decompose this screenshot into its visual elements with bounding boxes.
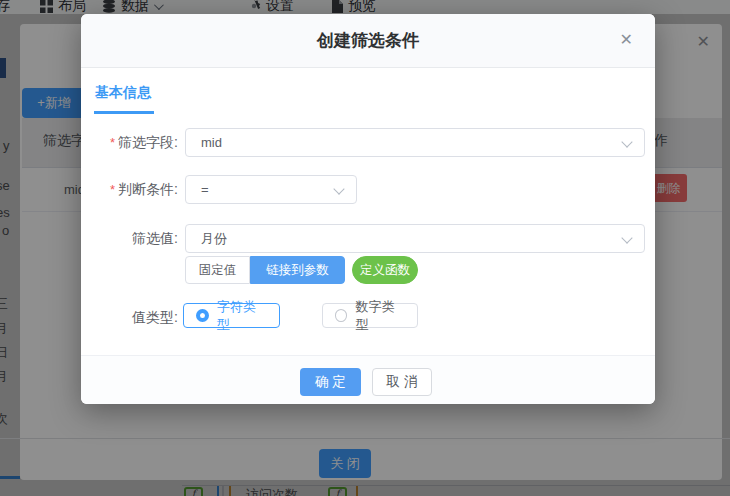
radio-string-type[interactable]: 字符类型	[183, 303, 280, 328]
required-mark: *	[110, 135, 115, 150]
fixed-value-button[interactable]: 固定值	[185, 256, 250, 284]
chevron-down-icon	[621, 232, 632, 243]
cancel-button[interactable]: 取 消	[372, 368, 432, 396]
link-to-param-button[interactable]: 链接到参数	[250, 256, 345, 284]
tab-basic-info[interactable]: 基本信息	[94, 84, 154, 114]
modal-header: 创建筛选条件 ✕	[81, 14, 655, 68]
modal-title: 创建筛选条件	[81, 14, 655, 68]
create-filter-modal: 创建筛选条件 ✕ 基本信息 *筛选字段: mid *判断条件: = 筛选值: 月…	[81, 14, 655, 404]
app: y se es o 三 月 日 月 次 f 访问次数 f 保存 布局 数据	[0, 0, 730, 496]
filter-value-select[interactable]: 月份	[185, 224, 645, 253]
filter-field-label: *筛选字段:	[81, 134, 178, 152]
radio-selected-icon	[196, 309, 209, 322]
filter-value-label: 筛选值:	[81, 230, 178, 248]
radio-unselected-icon	[335, 309, 347, 322]
condition-select[interactable]: =	[185, 175, 357, 204]
define-function-button[interactable]: 定义函数	[352, 256, 418, 284]
value-type-label: 值类型:	[81, 309, 178, 327]
close-icon[interactable]: ✕	[620, 32, 633, 48]
ok-button[interactable]: 确 定	[300, 368, 361, 396]
required-mark: *	[110, 182, 115, 197]
radio-number-type[interactable]: 数字类型	[322, 303, 418, 328]
filter-field-select[interactable]: mid	[185, 128, 645, 157]
chevron-down-icon	[333, 183, 344, 194]
chevron-down-icon	[621, 136, 632, 147]
condition-label: *判断条件:	[81, 181, 178, 199]
modal-footer: 确 定 取 消	[81, 355, 655, 404]
